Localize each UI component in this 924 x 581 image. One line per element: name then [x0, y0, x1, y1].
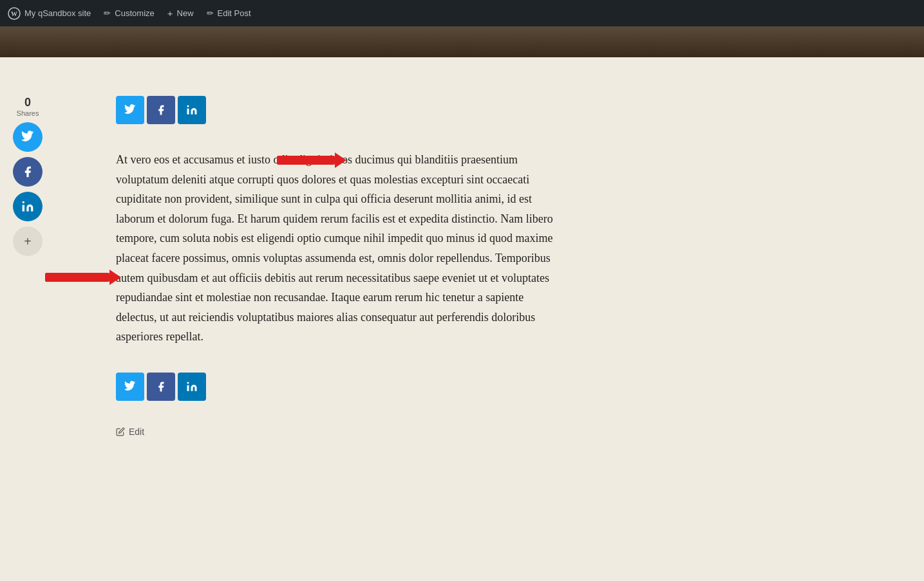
share-count-number: 0 [17, 96, 39, 109]
wordpress-icon: W [8, 7, 21, 20]
arrow-body [277, 156, 335, 165]
facebook-icon [21, 165, 34, 178]
edit-post-label: Edit Post [218, 8, 251, 18]
more-icon: + [24, 234, 31, 249]
hero-image-strip [0, 26, 924, 57]
linkedin-icon-inline-top [186, 104, 198, 116]
admin-bar-customize[interactable]: ✏ Customize [104, 8, 154, 18]
sidebar-more-button[interactable]: + [13, 226, 42, 256]
facebook-icon-inline-bottom [155, 381, 167, 392]
top-inline-share-buttons [116, 96, 567, 124]
bottom-twitter-share-btn[interactable] [116, 373, 144, 401]
arrow-head [335, 152, 346, 168]
twitter-icon-inline-bottom [124, 381, 136, 392]
svg-point-3 [187, 106, 189, 107]
arrow-head-sidebar [109, 270, 121, 285]
bottom-linkedin-share-btn[interactable] [178, 373, 206, 401]
facebook-icon-inline-top [155, 104, 167, 116]
sidebar-facebook-button[interactable] [13, 157, 42, 187]
customize-label: Customize [115, 8, 154, 18]
bottom-inline-share-buttons [116, 373, 567, 401]
new-label: New [177, 8, 194, 18]
admin-bar-site-link[interactable]: W My qSandbox site [8, 7, 91, 20]
sidebar-twitter-button[interactable] [13, 122, 42, 152]
arrow-body-sidebar [45, 273, 109, 282]
edit-post-icon [116, 427, 125, 436]
article-body: At vero eos et accusamus et iusto odio d… [116, 150, 567, 347]
arrow-top [277, 152, 346, 168]
red-arrow-top [277, 152, 346, 168]
admin-bar: W My qSandbox site ✏ Customize + New ✏ E… [0, 0, 924, 26]
svg-text:W: W [11, 10, 17, 17]
linkedin-icon-inline-bottom [186, 381, 198, 392]
share-count-container: 0 Shares [17, 96, 39, 117]
red-arrow-sidebar [45, 270, 121, 285]
top-linkedin-share-btn[interactable] [178, 96, 206, 124]
linkedin-icon [21, 200, 34, 213]
arrow-sidebar [45, 270, 121, 285]
admin-bar-edit-post[interactable]: ✏ Edit Post [207, 8, 251, 18]
bottom-facebook-share-btn[interactable] [147, 373, 175, 401]
edit-link-label: Edit [129, 427, 144, 437]
admin-bar-site-name: My qSandbox site [24, 8, 91, 18]
brush-icon: ✏ [104, 8, 111, 18]
floating-sidebar: 0 Shares + [13, 96, 42, 256]
svg-point-2 [23, 201, 24, 203]
page-content: 0 Shares + [0, 57, 924, 463]
edit-link[interactable]: Edit [116, 427, 567, 437]
top-facebook-share-btn[interactable] [147, 96, 175, 124]
share-count-label: Shares [17, 109, 39, 117]
admin-bar-new[interactable]: + New [167, 8, 194, 19]
edit-icon: ✏ [207, 8, 214, 18]
svg-point-4 [187, 382, 189, 383]
twitter-icon-inline-top [124, 104, 136, 116]
sidebar-linkedin-button[interactable] [13, 192, 42, 221]
twitter-icon [21, 131, 34, 143]
article-area: At vero eos et accusamus et iusto odio d… [116, 96, 567, 437]
top-twitter-share-btn[interactable] [116, 96, 144, 124]
plus-icon: + [167, 8, 173, 19]
